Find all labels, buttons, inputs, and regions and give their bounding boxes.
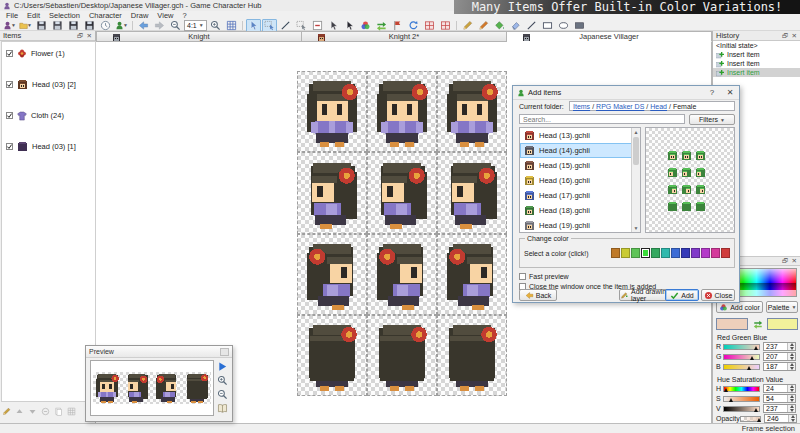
rotate-button[interactable] — [406, 19, 421, 32]
variation-swatch[interactable] — [641, 248, 650, 258]
item-row[interactable]: Cloth (24) — [2, 104, 95, 135]
variation-swatch[interactable] — [631, 248, 640, 258]
history-entry[interactable]: <Initial state> — [713, 41, 800, 50]
value-spinbox-v[interactable]: 237 — [763, 404, 796, 413]
palette-dropdown[interactable]: Palette ▼ — [766, 301, 798, 313]
pin-button[interactable] — [390, 19, 405, 32]
scroll-up-arrow[interactable]: ▲ — [632, 128, 640, 136]
spin-arrows[interactable] — [787, 395, 795, 402]
spin-arrows[interactable] — [787, 353, 795, 360]
sprite-cell[interactable] — [437, 71, 507, 152]
duplicate-item-button[interactable] — [54, 407, 63, 416]
opacity-track[interactable] — [740, 416, 761, 422]
play-button[interactable] — [217, 361, 228, 372]
select-rect-tool[interactable] — [262, 19, 277, 32]
tile-split-button[interactable] — [438, 19, 453, 32]
remove-item-button[interactable] — [41, 407, 50, 416]
item-checkbox[interactable] — [6, 143, 13, 150]
value-spinbox-h[interactable]: 24 — [763, 384, 796, 393]
color-wheel-button[interactable] — [358, 19, 373, 32]
sprite-cell[interactable] — [367, 315, 437, 396]
sprite-cell[interactable] — [297, 71, 367, 152]
breadcrumb-rpg-maker-ds[interactable]: RPG Maker DS — [596, 103, 644, 110]
sprite-cell[interactable] — [297, 234, 367, 315]
spin-arrows[interactable] — [787, 405, 795, 412]
swap-colors-button[interactable] — [374, 19, 389, 32]
file-item[interactable]: Head (16).gchli — [520, 173, 640, 188]
sprite-cell[interactable] — [367, 152, 437, 233]
sprite-cell[interactable] — [297, 315, 367, 396]
zoom-out-button[interactable] — [168, 19, 183, 32]
filters-button[interactable]: Filters ▼ — [689, 114, 735, 125]
slider-marker[interactable] — [747, 366, 751, 370]
sprite-sheet[interactable] — [297, 71, 507, 396]
sprite-cell[interactable] — [437, 315, 507, 396]
file-item[interactable]: Head (19).gchli — [520, 218, 640, 233]
variation-swatch[interactable] — [611, 248, 620, 258]
add-button[interactable]: Add — [665, 289, 699, 301]
slider-marker[interactable] — [750, 356, 754, 360]
zoom-in-button[interactable] — [217, 375, 228, 386]
file-item[interactable]: Head (13).gchli — [520, 128, 640, 143]
spin-arrows[interactable] — [787, 363, 795, 370]
zoom-out-button[interactable] — [217, 389, 228, 400]
save-button[interactable] — [34, 19, 49, 32]
primary-color-swatch[interactable] — [716, 318, 748, 330]
variation-swatch[interactable] — [711, 248, 720, 258]
variation-swatch[interactable] — [671, 248, 680, 258]
slider-track-r[interactable] — [723, 344, 760, 350]
variation-swatch[interactable] — [721, 248, 730, 258]
brush-tool[interactable] — [476, 19, 491, 32]
close-panel-icon[interactable]: ✕ — [792, 257, 797, 265]
sprite-cell[interactable] — [367, 71, 437, 152]
filled-rectangle-tool[interactable] — [572, 19, 587, 32]
variation-swatch[interactable] — [621, 248, 630, 258]
item-checkbox[interactable] — [6, 50, 13, 57]
save-all-button[interactable] — [66, 19, 81, 32]
slider-track-g[interactable] — [723, 354, 760, 360]
slider-marker[interactable] — [729, 398, 733, 402]
spin-arrows[interactable] — [788, 415, 796, 422]
value-spinbox-b[interactable]: 187 — [763, 362, 796, 371]
spin-down[interactable] — [788, 357, 795, 361]
zoom-in-button[interactable] — [208, 19, 223, 32]
search-input[interactable] — [519, 114, 685, 124]
spin-down[interactable] — [788, 409, 795, 413]
move-down-button[interactable] — [28, 407, 37, 416]
close-panel-icon[interactable]: ✕ — [87, 32, 92, 40]
file-item[interactable]: Head (18).gchli — [520, 203, 640, 218]
value-spinbox-g[interactable]: 207 — [763, 352, 796, 361]
close-button[interactable]: Close — [701, 289, 735, 301]
line-tool[interactable] — [524, 19, 539, 32]
export-button[interactable] — [82, 19, 97, 32]
slider-track-v[interactable] — [723, 406, 760, 412]
sprite-cell[interactable] — [437, 152, 507, 233]
variation-swatch[interactable] — [701, 248, 710, 258]
undo-button[interactable] — [136, 19, 151, 32]
sprite-cell[interactable] — [367, 234, 437, 315]
merge-items-button[interactable] — [67, 407, 76, 416]
slider-track-h[interactable] — [723, 386, 760, 392]
spin-down[interactable] — [788, 389, 795, 393]
float-panel-icon[interactable]: 🗗 — [782, 32, 789, 40]
scroll-down-arrow[interactable]: ▼ — [632, 224, 640, 232]
scroll-thumb[interactable] — [633, 137, 639, 165]
slider-track-s[interactable] — [723, 396, 760, 402]
item-checkbox[interactable] — [6, 112, 13, 119]
new-character-button[interactable]: ▼ — [2, 19, 17, 32]
tab-japanese-villager[interactable]: Japanese Villager — [507, 31, 712, 42]
spin-arrows[interactable] — [787, 343, 795, 350]
preview-close-button[interactable] — [220, 348, 229, 356]
stroke-select-tool[interactable] — [278, 19, 293, 32]
back-button[interactable]: Back — [519, 289, 557, 301]
move-up-button[interactable] — [15, 407, 24, 416]
breadcrumb-head[interactable]: Head — [650, 103, 667, 110]
slider-marker[interactable] — [724, 388, 728, 392]
item-row[interactable]: Head (03) [1] — [2, 135, 95, 166]
spin-down[interactable] — [788, 367, 795, 371]
spin-down[interactable] — [788, 347, 795, 351]
sprite-cell[interactable] — [437, 234, 507, 315]
pen-tool[interactable] — [460, 19, 475, 32]
ellipse-tool[interactable] — [556, 19, 571, 32]
breadcrumb-items[interactable]: Items — [573, 103, 590, 110]
